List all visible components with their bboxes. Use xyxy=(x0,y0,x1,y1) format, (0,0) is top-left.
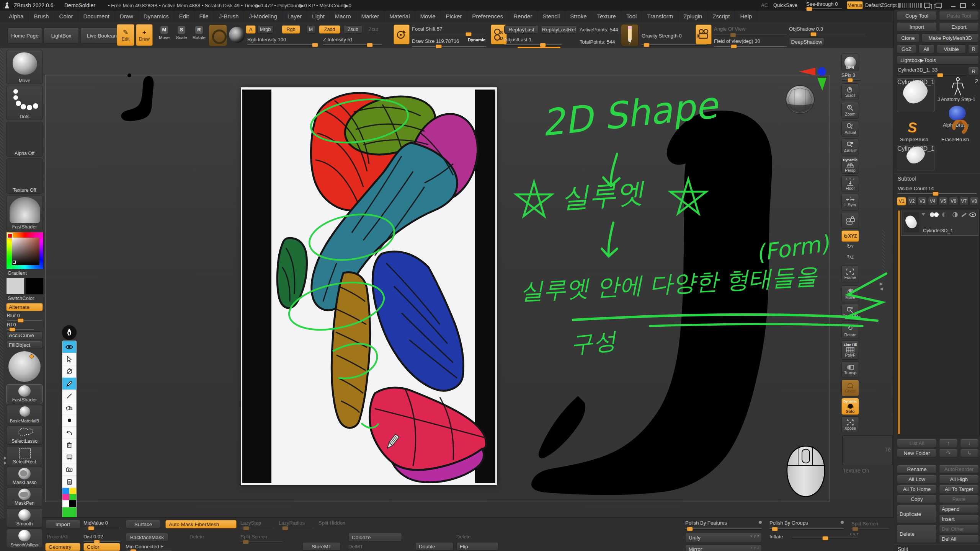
edit-mode-button[interactable]: ✎ Edit xyxy=(117,24,134,46)
color-button[interactable]: Color xyxy=(83,543,120,551)
menu-help[interactable]: Help xyxy=(735,11,757,22)
scroll-button[interactable]: Scroll xyxy=(841,83,859,100)
menu-jbrush[interactable]: J-Brush xyxy=(214,11,244,22)
all-low-button[interactable]: All Low xyxy=(897,475,937,483)
move-down-button[interactable]: ↓ xyxy=(960,439,979,447)
lightbox-button[interactable]: LightBox xyxy=(44,28,79,44)
delete-button[interactable]: Delete xyxy=(897,525,937,543)
menu-render[interactable]: Render xyxy=(508,11,537,22)
zadd-toggle[interactable]: Zadd xyxy=(319,25,340,34)
zcut-toggle[interactable]: Zcut xyxy=(369,27,378,32)
minimize-button[interactable] xyxy=(951,6,956,7)
adjust-last-slider[interactable] xyxy=(504,44,562,45)
colorize-button[interactable]: Colorize xyxy=(348,533,402,541)
color-picker[interactable] xyxy=(6,232,44,269)
replay-last-rel-button[interactable]: ReplayLastRel xyxy=(541,25,577,34)
inflate-slider[interactable] xyxy=(792,538,858,538)
tile-windows-icon[interactable] xyxy=(936,3,942,8)
clone-button[interactable]: Clone xyxy=(897,33,919,42)
right-divider-handle[interactable] xyxy=(882,230,885,279)
lazystep-slider[interactable] xyxy=(240,528,274,528)
rotate3d-button[interactable]: ↻ Rotate xyxy=(841,322,859,339)
swatch-white[interactable] xyxy=(62,500,69,507)
fillobject-button[interactable]: FillObject xyxy=(6,341,43,349)
menu-light[interactable]: Light xyxy=(307,11,330,22)
swatch-yellow[interactable] xyxy=(69,488,76,494)
append-button[interactable]: Append xyxy=(939,505,979,513)
switchcolor-label[interactable]: SwitchColor xyxy=(8,295,34,301)
goz-visible-button[interactable]: Visible xyxy=(937,44,966,54)
lsym-button[interactable]: L.Sym xyxy=(841,194,859,210)
menu-color[interactable]: Color xyxy=(54,11,78,22)
ac-toggle[interactable]: AC xyxy=(761,2,768,8)
lock-camera-button[interactable] xyxy=(841,212,859,229)
a-toggle[interactable]: A xyxy=(246,25,256,34)
rotate-xyz-button[interactable]: ↻XYZ xyxy=(841,230,859,242)
switch-color-swatches[interactable] xyxy=(6,278,43,294)
actual-button[interactable]: x1 Actual xyxy=(841,120,859,137)
swatch-green[interactable] xyxy=(69,494,76,500)
split-screen-slider[interactable] xyxy=(240,541,283,542)
secondary-color-swatch[interactable] xyxy=(25,278,44,295)
menu-zscript[interactable]: Zscript xyxy=(707,11,735,22)
double-button[interactable]: Double xyxy=(415,542,454,551)
subtool-copy-button[interactable]: Copy xyxy=(897,495,937,503)
menu-draw[interactable]: Draw xyxy=(115,11,139,22)
tab-v3[interactable]: V3 xyxy=(918,197,927,205)
brush-thumb-smooth[interactable]: Smooth xyxy=(6,508,43,527)
import-tool-button[interactable]: Import xyxy=(897,22,937,31)
eraser-tool-button[interactable] xyxy=(62,402,76,414)
menu-preferences[interactable]: Preferences xyxy=(467,11,508,22)
gradient-label[interactable]: Gradient xyxy=(8,270,27,276)
stroke-selector-dots[interactable]: Dots xyxy=(6,86,43,120)
delete-fiber-button[interactable]: Delete xyxy=(189,534,204,540)
aahalf-button[interactable]: AAHalf xyxy=(841,139,859,155)
focal-shift-slider[interactable] xyxy=(412,34,486,34)
tool-thumb-cylinder2[interactable]: Cylinder3D_1 xyxy=(897,145,934,171)
tab-v6[interactable]: V6 xyxy=(949,197,958,205)
menu-picker[interactable]: Picker xyxy=(441,11,467,22)
material-thumb-fastshader[interactable]: FastShader xyxy=(6,384,43,403)
surface-button[interactable]: Surface xyxy=(126,520,161,528)
polish-features-dot[interactable] xyxy=(759,521,762,524)
del-all-button[interactable]: Del All xyxy=(939,535,979,543)
rotate-z-button[interactable]: ↻Z xyxy=(844,254,856,263)
pencil-tool-button[interactable] xyxy=(62,378,76,390)
cursor-tool-button[interactable] xyxy=(62,353,76,365)
rgb-toggle[interactable]: Rgb xyxy=(282,25,300,34)
move-into-button[interactable]: ↳ xyxy=(960,449,979,457)
rgb-intensity-slider[interactable] xyxy=(247,44,316,45)
rotate-y-button[interactable]: ↻Y xyxy=(844,243,856,253)
brush-thumb-smoothvalleys[interactable]: SmoothValleys xyxy=(6,529,43,548)
texture-preview-box[interactable]: Te xyxy=(842,435,893,465)
tab-v4[interactable]: V4 xyxy=(928,197,937,205)
make-polymesh3d-button[interactable]: Make PolyMesh3D xyxy=(921,33,979,42)
split-screen2-slider[interactable] xyxy=(851,528,889,529)
active-tool-thumbnail[interactable]: Cylinder3D_1 xyxy=(897,78,934,112)
home-page-button[interactable]: Home Page xyxy=(8,28,42,44)
auto-mask-fibermesh-button[interactable]: Auto Mask FiberMesh xyxy=(165,520,237,528)
lazyradius-slider[interactable] xyxy=(279,528,314,528)
stroke-type-button[interactable] xyxy=(394,24,410,44)
material-selector[interactable]: FastShader xyxy=(6,195,43,230)
zsub-toggle[interactable]: Zsub xyxy=(343,25,363,34)
see-through-slider[interactable] xyxy=(805,8,842,9)
current-tool-slider[interactable] xyxy=(898,75,966,75)
timer-tool-button[interactable] xyxy=(62,365,76,378)
draw-mode-button[interactable]: + Draw xyxy=(136,24,153,46)
tool-thumb-selectrect[interactable]: SelectRect xyxy=(6,446,43,465)
brush-selector-move[interactable]: Move xyxy=(6,50,43,84)
subtool-paste-button[interactable]: Paste xyxy=(939,495,979,503)
polyf-button[interactable]: Line Fill PolyF xyxy=(841,341,859,360)
menu-tool[interactable]: Tool xyxy=(621,11,642,22)
zoom-button[interactable]: Zoom xyxy=(841,102,859,119)
z-intensity-slider[interactable] xyxy=(323,44,382,45)
split-hidden-label[interactable]: Split Hidden xyxy=(318,520,345,526)
draw-size-slider[interactable] xyxy=(412,46,486,47)
new-folder-button[interactable]: New Folder xyxy=(897,449,937,457)
current-r-button[interactable]: R xyxy=(968,67,979,75)
goz-r-button[interactable]: R xyxy=(968,44,979,54)
alternate-button[interactable]: Alternate xyxy=(6,303,43,311)
screenshot-button[interactable] xyxy=(62,463,76,476)
maximize-button[interactable] xyxy=(960,3,966,8)
